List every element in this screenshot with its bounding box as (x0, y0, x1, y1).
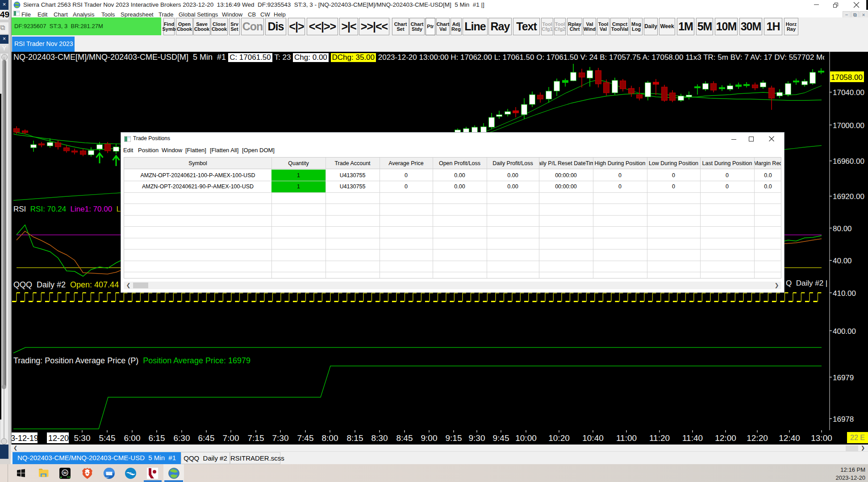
svg-text:16920.00: 16920.00 (833, 192, 864, 201)
svg-text:8:00: 8:00 (322, 433, 338, 443)
svg-text:10:20: 10:20 (548, 433, 570, 443)
svg-text:6:15: 6:15 (149, 433, 165, 443)
svg-text:3-12-19: 3-12-19 (11, 434, 38, 443)
svg-text:12:20: 12:20 (747, 433, 768, 443)
svg-text:Q Daily #2 |: Q Daily #2 | (786, 279, 827, 287)
svg-text:5:30: 5:30 (74, 433, 91, 443)
svg-text:11:00: 11:00 (616, 433, 637, 443)
svg-text:6:45: 6:45 (198, 433, 215, 443)
svg-text:7:30: 7:30 (272, 433, 289, 443)
svg-text:11:20: 11:20 (649, 433, 670, 443)
svg-text:8:15: 8:15 (347, 433, 363, 443)
svg-text:10:40: 10:40 (582, 433, 604, 443)
svg-text:11:40: 11:40 (682, 433, 703, 443)
svg-text:5:45: 5:45 (99, 433, 116, 443)
svg-text:17000.00: 17000.00 (833, 121, 864, 130)
svg-text:6:00: 6:00 (124, 433, 141, 443)
svg-text:80.00: 80.00 (833, 224, 852, 233)
svg-text:12-20: 12-20 (48, 434, 69, 443)
svg-text:9:00: 9:00 (421, 433, 438, 443)
svg-text:50: 50 (63, 471, 67, 474)
svg-text:9:45: 9:45 (493, 433, 509, 443)
svg-text:8:30: 8:30 (371, 433, 388, 443)
svg-text:CA: CA (67, 476, 71, 478)
svg-text:16979: 16979 (833, 374, 854, 382)
svg-text:7:00: 7:00 (223, 433, 239, 443)
svg-text:9:15: 9:15 (446, 433, 462, 443)
svg-text:8:45: 8:45 (396, 433, 413, 443)
svg-text:6:30: 6:30 (174, 433, 190, 443)
svg-text:400.00: 400.00 (833, 327, 856, 336)
svg-text:17040.00: 17040.00 (833, 88, 864, 97)
svg-text:7:15: 7:15 (248, 433, 264, 443)
svg-text:10:00: 10:00 (515, 433, 537, 443)
svg-text:12:40: 12:40 (779, 433, 800, 443)
svg-text:12:00: 12:00 (715, 433, 736, 443)
svg-text:16960.00: 16960.00 (833, 157, 864, 166)
svg-text:9:30: 9:30 (469, 433, 485, 443)
svg-text:13:00: 13:00 (811, 433, 832, 443)
svg-text:410.00: 410.00 (833, 289, 856, 298)
svg-text:22 E: 22 E (850, 434, 865, 441)
svg-text:40.00: 40.00 (833, 257, 852, 265)
svg-text:16978: 16978 (833, 415, 854, 424)
svg-text:17058.00: 17058.00 (831, 73, 863, 82)
svg-text:7:45: 7:45 (297, 433, 314, 443)
